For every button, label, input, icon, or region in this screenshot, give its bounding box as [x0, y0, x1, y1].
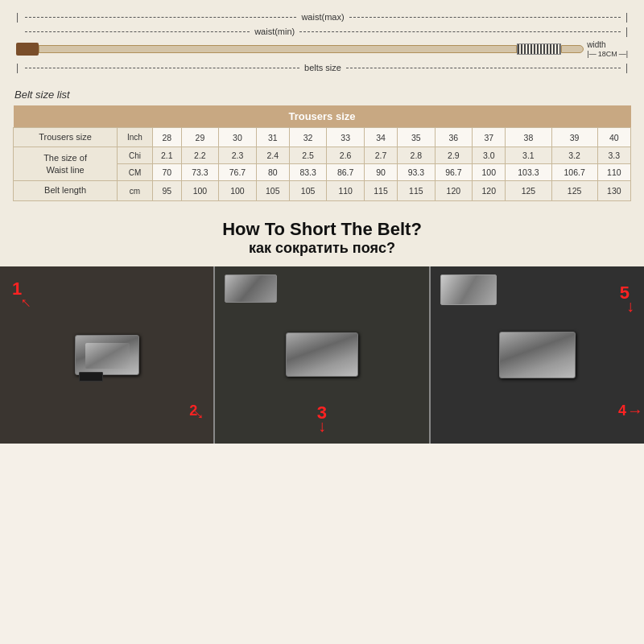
- cell-r0-c6: 34: [364, 128, 397, 147]
- cell-r2-c11: 106.7: [551, 164, 597, 181]
- cell-r2-c1: 73.3: [181, 164, 219, 181]
- cell-r0-c12: 40: [597, 128, 630, 147]
- buckle-group-1: [75, 335, 139, 375]
- photo-3-sim: 5 ↓ 4 ↓: [431, 266, 644, 444]
- belt-diagram-section: | waist(max) | | waist(min) | width |— 1…: [0, 0, 644, 89]
- table-row: Trousers sizeInch28293031323334353637383…: [14, 128, 631, 147]
- cell-r1-c10: 3.1: [506, 147, 551, 164]
- cell-r2-c3: 80: [256, 164, 289, 181]
- belts-size-label: belts size: [304, 63, 341, 72]
- cell-r1-c7: 2.8: [398, 147, 436, 164]
- cell-r3-c1: 100: [181, 181, 219, 200]
- cell-r3-c7: 115: [398, 181, 436, 200]
- table-header-row: Trousers size: [14, 105, 631, 128]
- waist-min-line-right: [299, 31, 621, 32]
- belt-buckle: [16, 43, 39, 56]
- waist-min-row: | waist(min) |: [16, 26, 628, 37]
- cm-18-label: 18CM: [598, 50, 617, 58]
- cell-r2-c2: 76.7: [219, 164, 257, 181]
- cell-r0-c1: 29: [181, 128, 219, 147]
- cm-annotation: |— 18CM —|: [587, 50, 628, 58]
- cell-r2-c5: 86.7: [327, 164, 365, 181]
- cell-r3-c8: 120: [435, 181, 473, 200]
- size-table: Trousers size Trousers sizeInch282930313…: [13, 105, 631, 201]
- table-row: Belt lengthcm951001001051051101151151201…: [14, 181, 631, 200]
- photos-section: 1 ↓ 2 → 3 ↓: [0, 266, 644, 444]
- buckle-inner-1: [85, 343, 130, 369]
- photo-step-2: 3 ↓: [215, 266, 430, 444]
- cell-r0-c10: 38: [506, 128, 551, 147]
- cell-r1-c5: 2.6: [327, 147, 365, 164]
- arrow-3: ↓: [318, 417, 326, 436]
- cell-r3-c2: 100: [219, 181, 257, 200]
- belts-size-row: | belts size |: [16, 62, 628, 73]
- cell-r0-c11: 39: [551, 128, 597, 147]
- belts-size-line-right: [346, 68, 621, 68]
- cell-r2-c10: 103.3: [506, 164, 551, 181]
- cell-r2-c0: 70: [152, 164, 181, 181]
- belt-size-list-title: Belt size list: [13, 89, 631, 101]
- buckle-main-1: [75, 335, 139, 375]
- bracket-left-max: |: [16, 11, 19, 23]
- buckle-scene-3: 5 ↓ 4 ↓: [431, 266, 644, 444]
- how-to-section: How To Short The Belt? как сократить поя…: [0, 211, 644, 266]
- cell-r1-c11: 3.2: [551, 147, 597, 164]
- cell-r0-c8: 36: [435, 128, 473, 147]
- cell-r1-c3: 2.4: [256, 147, 289, 164]
- cell-r2-c9: 100: [473, 164, 506, 181]
- cell-r0-c5: 33: [327, 128, 365, 147]
- cell-r3-c12: 130: [597, 181, 630, 200]
- row-label-3: Belt length: [14, 181, 118, 200]
- cell-r3-c6: 115: [364, 181, 397, 200]
- width-label: width: [587, 40, 605, 49]
- how-to-title-ru: как сократить пояс?: [16, 240, 628, 257]
- waist-max-line-right: [349, 17, 621, 18]
- cell-r0-c0: 28: [152, 128, 181, 147]
- table-body: Trousers sizeInch28293031323334353637383…: [14, 128, 631, 201]
- row-unit-1: Chi: [118, 147, 153, 164]
- cell-r1-c8: 2.9: [435, 147, 473, 164]
- buckle-inner-3: [440, 275, 497, 305]
- table-row: The size of Waist lineChi2.12.22.32.42.5…: [14, 147, 631, 164]
- how-to-title-en: How To Short The Belt?: [16, 219, 628, 240]
- main-header-cell: Trousers size: [14, 105, 631, 128]
- cell-r3-c0: 95: [152, 181, 181, 200]
- cell-r2-c12: 110: [597, 164, 630, 181]
- buckle-main-2: [286, 332, 358, 377]
- cell-r3-c4: 105: [289, 181, 327, 200]
- cell-r1-c4: 2.5: [289, 147, 327, 164]
- row-label-1: The size of Waist line: [14, 147, 118, 181]
- arrow-4: ↓: [624, 407, 642, 415]
- cell-r3-c3: 105: [256, 181, 289, 200]
- belt-end: [561, 45, 584, 53]
- row-unit-2: CM: [118, 164, 153, 181]
- row-label-0: Trousers size: [14, 128, 118, 147]
- cell-r0-c4: 32: [289, 128, 327, 147]
- cell-r1-c1: 2.2: [181, 147, 219, 164]
- cell-r0-c3: 31: [256, 128, 289, 147]
- belt-barcode: [517, 43, 561, 55]
- cell-r1-c9: 3.0: [473, 147, 506, 164]
- cell-r3-c10: 125: [506, 181, 551, 200]
- row-unit-3: cm: [118, 181, 153, 200]
- buckle-scene-2: 3 ↓: [215, 266, 428, 444]
- bracket-right-max: |: [625, 11, 628, 23]
- waist-min-label: waist(min): [254, 27, 295, 36]
- photo-1-sim: 1 ↓ 2 →: [0, 266, 213, 444]
- cell-r1-c6: 2.7: [364, 147, 397, 164]
- cell-r1-c0: 2.1: [152, 147, 181, 164]
- cell-r0-c9: 37: [473, 128, 506, 147]
- bracket-cm-right: —|: [619, 50, 628, 58]
- waist-max-row: | waist(max) |: [16, 11, 628, 23]
- arrow-1: ↓: [17, 295, 35, 313]
- cell-r1-c2: 2.3: [219, 147, 257, 164]
- belt-strap: [39, 45, 517, 53]
- cell-r3-c11: 125: [551, 181, 597, 200]
- cell-r2-c7: 93.3: [398, 164, 436, 181]
- buckle-inner-2: [225, 275, 277, 303]
- cell-r3-c5: 110: [327, 181, 365, 200]
- row-unit-0: Inch: [118, 128, 153, 147]
- photo-2-sim: 3 ↓: [215, 266, 428, 444]
- photo-step-1: 1 ↓ 2 →: [0, 266, 215, 444]
- belt-visual: width |— 18CM —|: [16, 40, 628, 58]
